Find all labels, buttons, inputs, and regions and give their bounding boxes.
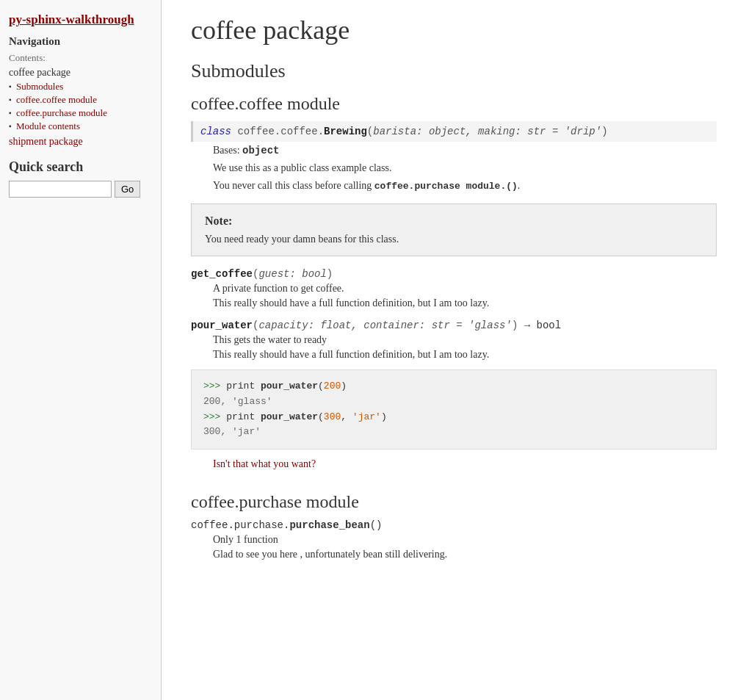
pour-water-params: capacity: float, container: str = 'glass… xyxy=(258,320,511,331)
class-signature: class coffee.coffee.Brewing(barista: obj… xyxy=(191,121,717,142)
note-title: Note: xyxy=(205,214,703,228)
coffee-coffee-module-heading: coffee.coffee module xyxy=(191,94,717,114)
toc-link-coffee-purchase[interactable]: coffee.purchase module xyxy=(16,107,107,118)
code-line-2: >>> print pour_water(300, 'jar') xyxy=(203,410,704,425)
code-text-1: print pour_water(200) xyxy=(220,380,347,392)
class-desc2-code: coffee.purchase module.() xyxy=(374,181,518,192)
coffee-purchase-module-heading: coffee.purchase module xyxy=(191,492,717,512)
class-keyword: class xyxy=(200,126,237,137)
purchase-bean-desc2: Glad to see you here , unfortunately bea… xyxy=(213,549,717,560)
contents-label: Contents: xyxy=(9,52,152,64)
search-go-button[interactable]: Go xyxy=(115,181,140,198)
bases-value: object xyxy=(242,145,279,156)
pour-water-desc2: This really should have a full function … xyxy=(213,349,717,361)
prompt-2: >>> xyxy=(203,411,220,422)
submodules-heading: Submodules xyxy=(191,60,717,82)
class-desc2: You never call this class before calling… xyxy=(213,180,717,192)
pour-water-desc1: This gets the water to ready xyxy=(213,334,717,346)
purchase-bean-desc1: Only 1 function xyxy=(213,534,717,546)
func-name: purchase_bean xyxy=(289,519,369,531)
code-line-1: >>> print pour_water(200) xyxy=(203,379,704,394)
toc-list: Submodules coffee.coffee module coffee.p… xyxy=(9,80,152,133)
code-output-1: 200, 'glass' xyxy=(203,394,704,410)
class-desc2-post: . xyxy=(518,180,521,191)
search-row: Go xyxy=(9,181,152,198)
pour-water-signature: pour_water(capacity: float, container: s… xyxy=(191,320,717,331)
class-desc1: We use this as a public class example cl… xyxy=(213,162,717,174)
class-prefix: coffee.coffee. xyxy=(237,126,324,137)
quick-search-heading: Quick search xyxy=(9,159,152,175)
purchase-bean-signature: coffee.purchase.purchase_bean() xyxy=(191,519,717,531)
pour-water-code-block: >>> print pour_water(200) 200, 'glass' >… xyxy=(191,369,717,450)
return-arrow: → xyxy=(524,320,530,331)
get-coffee-params: guest: bool xyxy=(258,268,326,280)
toc-item-coffee-purchase[interactable]: coffee.purchase module xyxy=(9,107,152,120)
toc-link-coffee-coffee[interactable]: coffee.coffee module xyxy=(16,94,97,105)
toc-item-submodules[interactable]: Submodules xyxy=(9,80,152,93)
page-title: coffee package xyxy=(191,15,717,46)
return-type: bool xyxy=(537,320,562,331)
output-2: 300, 'jar' xyxy=(203,426,261,437)
func-prefix: coffee.purchase. xyxy=(191,519,289,531)
coffee-package-toc-title: coffee package xyxy=(9,67,152,79)
class-params: barista: object, making: str = 'drip' xyxy=(373,126,601,137)
pour-water-name: pour_water xyxy=(191,320,253,331)
get-coffee-desc2: This really should have a full function … xyxy=(213,297,717,309)
toc-link-submodules[interactable]: Submodules xyxy=(16,81,63,92)
sidebar: py-sphinx-walkthrough Navigation Content… xyxy=(0,0,162,700)
shipment-package-link[interactable]: shipment package xyxy=(9,136,152,148)
get-coffee-desc1: A private function to get coffee. xyxy=(213,283,717,295)
note-content: You need ready your damn beans for this … xyxy=(205,234,703,245)
code-output-2: 300, 'jar' xyxy=(203,425,704,440)
extra-text: Isn't that what you want? xyxy=(213,458,717,470)
toc-item-coffee-coffee[interactable]: coffee.coffee module xyxy=(9,93,152,107)
search-input[interactable] xyxy=(9,181,112,198)
note-box: Note: You need ready your damn beans for… xyxy=(191,203,717,256)
bases-label: Bases: xyxy=(213,145,242,156)
output-1: 200, 'glass' xyxy=(203,396,272,407)
class-name: Brewing xyxy=(324,126,367,137)
class-desc2-pre: You never call this class before calling xyxy=(213,180,374,191)
func-params: () xyxy=(370,519,383,531)
get-coffee-name: get_coffee xyxy=(191,268,253,280)
prompt-1: >>> xyxy=(203,380,220,392)
code-text-2: print pour_water(300, 'jar') xyxy=(220,411,386,422)
bases-line: Bases: object xyxy=(213,145,717,156)
main-content: coffee package Submodules coffee.coffee … xyxy=(162,0,746,700)
site-title[interactable]: py-sphinx-walkthrough xyxy=(9,12,152,28)
toc-link-module-contents[interactable]: Module contents xyxy=(16,120,80,131)
get-coffee-signature: get_coffee(guest: bool) xyxy=(191,268,717,280)
toc-item-module-contents[interactable]: Module contents xyxy=(9,120,152,133)
nav-label: Navigation xyxy=(9,35,152,48)
